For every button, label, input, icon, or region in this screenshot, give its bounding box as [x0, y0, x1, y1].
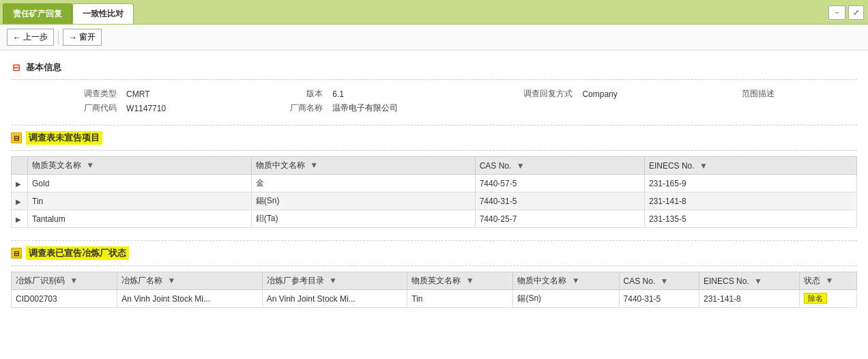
- filter-icon-einecs-undeclared[interactable]: ▼: [699, 161, 708, 171]
- cas-no-cell: 7440-25-7: [475, 210, 644, 228]
- th-smelter-ref: 冶炼厂参考目录 ▼: [262, 272, 407, 290]
- smelter-ref-cell: An Vinh Joint Stock Mi...: [262, 290, 407, 308]
- filter-icon-einecs-declared[interactable]: ▼: [754, 276, 762, 286]
- smelter-name-cell: An Vinh Joint Stock Mi...: [117, 290, 263, 308]
- table-row[interactable]: ▶ Tantalum 鉭(Ta) 7440-25-7 231-135-5: [12, 210, 857, 228]
- filter-icon-chn-name-undeclared[interactable]: ▼: [310, 160, 318, 170]
- minimize-button[interactable]: －: [828, 5, 845, 20]
- th-chn-name-undeclared: 物质中文名称 ▼: [251, 157, 475, 175]
- filter-icon-smelter-ref[interactable]: ▼: [329, 276, 337, 285]
- filter-icon-eng-name-declared[interactable]: ▼: [466, 276, 474, 285]
- filter-icon-smelter-id[interactable]: ▼: [70, 276, 78, 285]
- warn-icon-1: ⊟: [11, 132, 22, 143]
- expand-btn[interactable]: ▶: [12, 192, 28, 210]
- main-container: 责任矿产回复 一致性比对 － ⤢ 上一步 窗开 ⊟ 基本信息 调查类型: [0, 0, 868, 359]
- th-cas-declared: CAS No. ▼: [619, 272, 699, 290]
- tab-controls: － ⤢: [828, 5, 864, 20]
- table-row[interactable]: ▶ Tin 錫(Sn) 7440-31-5 231-141-8: [12, 192, 857, 210]
- chn-name-cell: 金: [251, 175, 475, 192]
- tab-consistency[interactable]: 一致性比对: [72, 3, 134, 24]
- separator-1: [11, 79, 857, 80]
- basic-info-icon: ⊟: [11, 62, 22, 73]
- warn-icon-2: ⊟: [11, 248, 22, 259]
- cas-no-cell: 7440-31-5: [475, 192, 644, 210]
- th-chn-name-declared: 物质中文名称 ▼: [513, 272, 619, 290]
- expand-btn[interactable]: ▶: [12, 175, 28, 192]
- status-badge: 除名: [804, 293, 827, 304]
- separator-2: [11, 125, 857, 126]
- th-eng-name-undeclared: 物质英文名称 ▼: [28, 157, 252, 175]
- toolbar-divider: [58, 31, 59, 44]
- chn-name-cell: 鉭(Ta): [251, 210, 475, 228]
- undeclared-table: 物质英文名称 ▼ 物质中文名称 ▼ CAS No. ▼ EINECS No.: [11, 156, 857, 228]
- vendor-name-label: 厂商名称: [231, 102, 327, 114]
- version-label: 版本: [231, 88, 327, 100]
- filter-icon-cas-declared[interactable]: ▼: [661, 276, 669, 286]
- einecs-no-cell: 231-141-8: [644, 192, 856, 210]
- th-expand-undeclared: [12, 157, 28, 175]
- back-label: 上一步: [23, 31, 48, 43]
- toolbar: 上一步 窗开: [0, 25, 868, 51]
- version-value: 6.1: [332, 89, 457, 99]
- filter-icon-smelter-name[interactable]: ▼: [167, 276, 175, 285]
- vendor-code-label: 厂商代码: [25, 102, 121, 114]
- chn-name-cell: 錫(Sn): [251, 192, 475, 210]
- tab-mineral[interactable]: 责任矿产回复: [3, 3, 72, 24]
- einecs-no-cell: 231-135-5: [644, 210, 856, 228]
- reply-method-value: Company: [582, 89, 676, 99]
- einecs-no-cell: 231-141-8: [699, 290, 800, 308]
- vendor-name-value: 温帝电子有限公司: [332, 102, 457, 114]
- chn-name-cell: 錫(Sn): [513, 290, 619, 308]
- basic-info-header: ⊟ 基本信息: [11, 61, 857, 74]
- filter-icon-chn-name-declared[interactable]: ▼: [572, 276, 580, 285]
- eng-name-cell: Tin: [407, 290, 513, 308]
- separator-5: [11, 265, 857, 266]
- cas-no-cell: 7440-57-5: [475, 175, 644, 192]
- table-row[interactable]: ▶ Gold 金 7440-57-5 231-165-9: [12, 175, 857, 192]
- content-area: ⊟ 基本信息 调查类型 CMRT 版本 6.1 调查回复方式 Company 范…: [0, 51, 868, 359]
- declared-table: 冶炼厂识别码 ▼ 冶炼厂名称 ▼ 冶炼厂参考目录 ▼ 物质英文名称: [11, 272, 857, 308]
- undeclared-table-wrapper: 物质英文名称 ▼ 物质中文名称 ▼ CAS No. ▼ EINECS No.: [11, 156, 857, 235]
- scope-label: 范围描述: [682, 88, 779, 100]
- smelter-id-cell: CID002703: [12, 290, 117, 308]
- th-smelter-id: 冶炼厂识别码 ▼: [12, 272, 117, 290]
- th-status: 状态 ▼: [800, 272, 857, 290]
- filter-icon-cas-undeclared[interactable]: ▼: [517, 161, 525, 171]
- back-button[interactable]: 上一步: [7, 29, 54, 46]
- eng-name-cell: Gold: [28, 175, 252, 192]
- eng-name-cell: Tin: [28, 192, 252, 210]
- declared-table-header-row: 冶炼厂识别码 ▼ 冶炼厂名称 ▼ 冶炼厂参考目录 ▼ 物质英文名称: [12, 272, 857, 290]
- th-einecs-undeclared: EINECS No. ▼: [644, 157, 856, 175]
- declared-header: ⊟ 调查表已宣告冶炼厂状态: [11, 246, 857, 260]
- th-einecs-declared: EINECS No. ▼: [699, 272, 800, 290]
- expand-btn[interactable]: ▶: [12, 210, 28, 228]
- status-cell: 除名: [800, 290, 857, 308]
- einecs-no-cell: 231-165-9: [644, 175, 856, 192]
- back-arrow-icon: [13, 33, 21, 42]
- filter-icon-status[interactable]: ▼: [826, 276, 834, 285]
- undeclared-icon: ⊟: [11, 132, 22, 143]
- th-eng-name-declared: 物质英文名称 ▼: [407, 272, 513, 290]
- separator-4: [11, 240, 857, 241]
- info-icon: ⊟: [12, 62, 20, 73]
- eng-name-cell: Tantalum: [28, 210, 252, 228]
- survey-type-label: 调查类型: [25, 88, 121, 100]
- th-smelter-name: 冶炼厂名称 ▼: [117, 272, 263, 290]
- basic-info-title: 基本信息: [26, 61, 61, 74]
- declared-table-wrapper: 冶炼厂识别码 ▼ 冶炼厂名称 ▼ 冶炼厂参考目录 ▼ 物质英文名称: [11, 272, 857, 315]
- maximize-button[interactable]: ⤢: [848, 5, 864, 20]
- separator-3: [11, 150, 857, 151]
- undeclared-title: 调查表未宣告项目: [26, 131, 102, 145]
- declared-title: 调查表已宣告冶炼厂状态: [26, 246, 129, 260]
- survey-type-value: CMRT: [126, 89, 225, 99]
- open-label: 窗开: [79, 31, 96, 43]
- cas-no-cell: 7440-31-5: [619, 290, 699, 308]
- table-row[interactable]: CID002703 An Vinh Joint Stock Mi... An V…: [12, 290, 857, 308]
- open-arrow-icon: [69, 33, 77, 42]
- reply-method-label: 调查回复方式: [463, 88, 577, 100]
- undeclared-header: ⊟ 调查表未宣告项目: [11, 131, 857, 145]
- undeclared-table-header-row: 物质英文名称 ▼ 物质中文名称 ▼ CAS No. ▼ EINECS No.: [12, 157, 857, 175]
- open-button[interactable]: 窗开: [63, 29, 102, 46]
- vendor-code-value: W1147710: [126, 104, 225, 113]
- filter-icon-eng-name-undeclared[interactable]: ▼: [86, 160, 94, 170]
